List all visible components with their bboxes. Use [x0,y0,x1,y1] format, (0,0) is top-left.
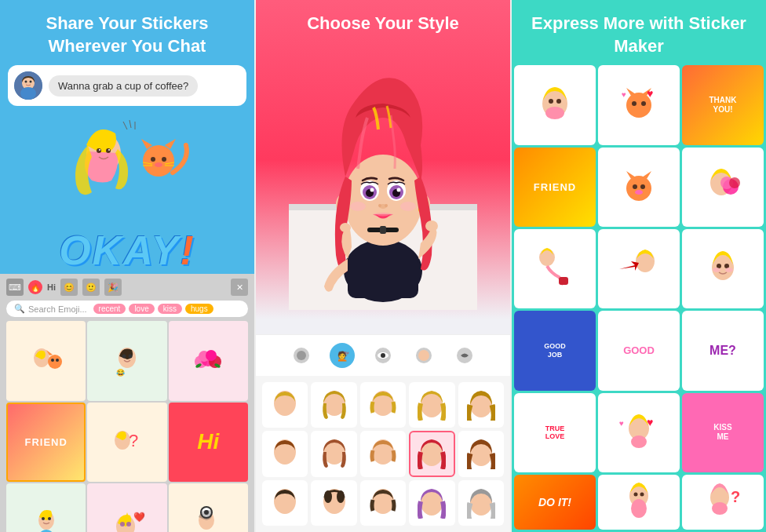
tab-color[interactable] [289,343,314,368]
hair-option-5[interactable] [458,382,504,428]
showcase-girl-standing[interactable] [598,475,680,530]
showcase-girl-heart[interactable]: ♥ ♥ [598,393,680,472]
svg-text:♥: ♥ [647,416,653,428]
hair-option-12[interactable] [311,480,356,526]
emoji-icon[interactable]: 😊 [60,279,78,296]
svg-point-42 [42,517,45,520]
tab-accessory[interactable] [452,343,477,368]
sticker-cell-3[interactable] [169,321,248,400]
sticker-cell-question[interactable]: ? [87,403,166,482]
svg-point-36 [206,350,217,361]
svg-point-26 [51,359,54,362]
showcase-doit[interactable]: DO IT! [514,475,596,530]
hair-option-4[interactable] [409,382,454,428]
svg-point-143 [631,499,647,518]
hair-option-3[interactable] [360,382,406,428]
hair-option-14[interactable] [409,480,454,526]
chat-bubble-area: Wanna grab a cup of coffee? [8,65,246,106]
showcase-girl-flowers[interactable] [682,148,764,227]
svg-point-29 [122,354,126,358]
showcase-thankyou[interactable]: THANKYOU! [682,65,764,144]
hi-label: Hi [47,282,56,292]
tab-hair[interactable]: 💇 [330,343,355,368]
svg-point-72 [378,204,381,207]
avatar [14,71,42,100]
svg-marker-120 [642,171,651,179]
svg-point-13 [151,157,155,162]
okay-text: OKAY! [49,227,206,274]
showcase-girl-blush[interactable] [682,229,764,308]
celebrate-icon[interactable]: 🎉 [104,279,122,296]
tab-face[interactable] [411,343,436,368]
hair-option-8[interactable] [360,431,406,476]
svg-point-139 [631,435,647,448]
showcase-cat-hearts[interactable]: ♥ ♥ [598,65,680,144]
sticker-cell-hi[interactable]: Hi [169,403,248,482]
svg-point-8 [99,149,100,151]
svg-point-10 [143,145,174,177]
svg-text:?: ? [731,488,740,505]
svg-point-75 [400,202,416,211]
showcase-girl-question[interactable]: ? [682,475,764,530]
panel-choose-style: Choose Your Style [256,0,512,532]
svg-rect-77 [380,226,386,234]
svg-point-48 [126,522,131,527]
svg-point-69 [370,188,374,192]
showcase-girl-arrow[interactable] [598,229,680,308]
tinder-icon[interactable]: 🔥 [28,280,42,294]
hair-option-1[interactable] [262,382,308,428]
showcase-girl-run[interactable] [514,229,596,308]
smile-icon[interactable]: 🙂 [82,279,100,296]
sticker-cell-unicorn[interactable]: ❤️ [87,483,166,532]
panel-express-more: Express More with Sticker Maker ♥ ♥ [512,0,766,532]
svg-point-121 [633,184,637,189]
search-row[interactable]: 🔍 Search Emoji... recent love kiss hugs [6,301,248,317]
panel-1-title: Share Your Stickers Wherever You Chat [0,0,254,65]
showcase-girl-friend[interactable] [514,65,596,144]
svg-line-20 [123,122,127,129]
showcase-good-text[interactable]: GOOD [598,311,680,390]
svg-text:❤️: ❤️ [133,511,145,523]
sticker-cell-girl1[interactable] [6,483,86,532]
showcase-goodjob[interactable]: GOODJOB [514,311,596,390]
tag-recent[interactable]: recent [93,304,126,314]
showcase-kissme[interactable]: KISSME [682,393,764,472]
svg-rect-57 [348,255,418,298]
hair-option-2[interactable] [311,382,356,428]
showcase-me[interactable]: ME? [682,311,764,390]
hair-option-6[interactable] [262,431,308,476]
sticker-cell-1[interactable] [6,321,86,400]
svg-marker-119 [626,171,636,179]
tag-hugs[interactable]: hugs [185,304,213,314]
svg-point-103 [337,490,345,503]
hair-option-9-selected[interactable] [409,431,454,476]
tab-eyes[interactable] [370,343,396,368]
chat-message: Wanna grab a cup of coffee? [49,75,198,97]
keyboard-icon[interactable]: ⌨ [6,279,24,296]
search-placeholder: Search Emoji... [28,304,87,314]
hair-option-10[interactable] [458,431,504,476]
svg-point-122 [640,184,645,189]
showcase-cat-orange[interactable] [598,148,680,227]
hair-option-13[interactable] [360,480,406,526]
sticker-cell-soccer[interactable] [169,483,248,532]
svg-point-7 [106,148,111,153]
svg-point-78 [425,220,438,231]
sticker-cell-2[interactable]: 😂 [87,321,166,400]
hair-option-7[interactable] [311,431,356,476]
hair-options-grid [256,376,510,532]
svg-text:♥: ♥ [647,87,653,100]
hair-option-15[interactable] [458,480,504,526]
hair-option-11[interactable] [262,480,308,526]
showcase-friend[interactable]: FRIEND [514,148,596,227]
delete-icon[interactable]: ✕ [231,279,248,296]
tag-kiss[interactable]: kiss [158,304,182,314]
svg-point-14 [162,157,166,162]
svg-text:♥: ♥ [619,419,624,428]
sticker-cell-friend[interactable]: FRIEND [6,403,86,482]
svg-point-79 [340,223,351,232]
svg-point-47 [120,522,125,527]
svg-point-44 [40,530,53,532]
showcase-truelove[interactable]: TRUELOVE [514,393,596,472]
tag-love[interactable]: love [129,304,154,314]
